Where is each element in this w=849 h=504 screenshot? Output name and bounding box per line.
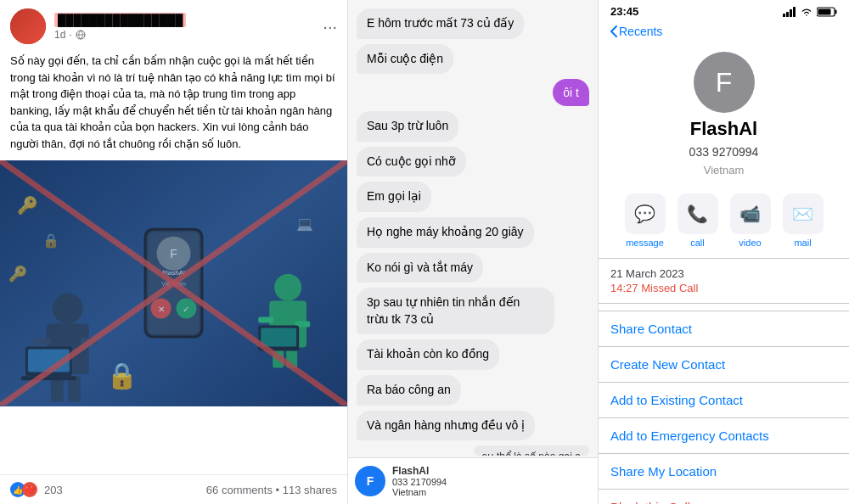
svg-text:✓: ✓	[183, 305, 189, 314]
video-action-label: video	[739, 238, 761, 248]
contact-menu: Share Contact Create New Contact Add to …	[599, 311, 849, 504]
svg-rect-43	[793, 7, 796, 17]
post-author-avatar	[10, 8, 46, 44]
post-image: 🔑 🔒 🔑 💻 F FlashAl Việt Nam	[0, 160, 347, 406]
signal-icon	[783, 7, 796, 17]
contact-country: Vietnam	[704, 164, 744, 176]
video-action-icon: 📹	[730, 193, 771, 234]
svg-rect-2	[19, 32, 37, 44]
post-stats: 66 comments • 113 shares	[206, 484, 337, 496]
post-more-button[interactable]: ···	[323, 17, 337, 36]
message-item: Ko nói gì và tắt máy	[357, 253, 483, 283]
message-item: E hôm trước mất 73 củ đấy	[357, 8, 524, 39]
chat-preview-location: Vietnam	[392, 487, 447, 497]
post-header: ████████████████ 1d · ···	[0, 0, 347, 53]
facebook-post-panel: ████████████████ 1d · ··· Số này gọi đến…	[0, 0, 348, 504]
chat-preview-number: 033 2170994	[392, 477, 447, 487]
call-log-status: 14:27 Missed Call	[610, 282, 837, 294]
svg-rect-46	[818, 8, 831, 14]
share-contact-menu-item[interactable]: Share Contact	[599, 311, 849, 347]
status-icons	[783, 7, 837, 17]
battery-icon	[817, 7, 837, 17]
message-item: Mỗi cuộc điện	[357, 44, 453, 75]
add-emergency-contact-menu-item[interactable]: Add to Emergency Contacts	[599, 418, 849, 454]
chat-bottom-preview: F FlashAl 033 2170994 Vietnam	[348, 457, 598, 504]
svg-text:💻: 💻	[296, 216, 313, 232]
add-existing-contact-menu-item[interactable]: Add to Existing Contact	[599, 383, 849, 418]
svg-text:🔑: 🔑	[8, 265, 28, 283]
message-item: Họ nghe máy khoảng 20 giây	[357, 217, 534, 248]
call-action-label: call	[690, 238, 705, 248]
block-caller-menu-item[interactable]: Block this Caller	[599, 490, 849, 504]
status-time: 23:45	[610, 5, 638, 18]
chat-preview-avatar: F	[355, 466, 385, 496]
create-new-contact-menu-item[interactable]: Create New Contact	[599, 347, 849, 383]
svg-point-9	[53, 294, 83, 324]
mail-action-label: mail	[794, 238, 811, 248]
chat-preview-contact: F FlashAl 033 2170994 Vietnam	[355, 465, 591, 497]
svg-point-1	[21, 16, 35, 30]
svg-rect-11	[34, 338, 51, 344]
message-action-button[interactable]: 💬 message	[625, 193, 666, 248]
message-action-label: message	[626, 238, 664, 248]
svg-text:✕: ✕	[158, 305, 165, 314]
post-footer: 👍 ❤️ 203 66 comments • 113 shares	[0, 474, 347, 504]
message-item: Sau 3p trừ luôn	[357, 111, 458, 142]
mail-action-button[interactable]: ✉️ mail	[783, 193, 824, 248]
svg-text:🔒: 🔒	[42, 232, 59, 249]
post-author-name: ████████████████	[54, 13, 186, 27]
post-body-text: Số này gọi đến, ta chỉ cần bấm nhận cuộc…	[0, 53, 347, 160]
svg-point-0	[10, 8, 46, 44]
message-item-truncated: cụ thể là số nào gọi a	[474, 445, 589, 456]
svg-text:🔒: 🔒	[106, 361, 138, 391]
call-action-icon: 📞	[678, 193, 718, 234]
back-button[interactable]: Recents	[610, 25, 662, 38]
chat-preview-name: FlashAl	[392, 465, 447, 477]
contact-avatar: F	[694, 52, 755, 113]
post-meta: ████████████████ 1d ·	[54, 12, 314, 41]
contact-name: FlashAl	[690, 118, 757, 140]
message-action-icon: 💬	[625, 193, 666, 234]
reactions-area: 👍 ❤️ 203	[10, 482, 63, 497]
chat-preview-info: FlashAl 033 2170994 Vietnam	[392, 465, 447, 497]
ios-status-bar: 23:45	[599, 0, 849, 21]
svg-point-29	[274, 274, 301, 301]
contact-actions-row: 💬 message 📞 call 📹 video ✉️ mail	[599, 187, 849, 258]
video-action-button[interactable]: 📹 video	[730, 193, 771, 248]
svg-rect-36	[261, 328, 296, 347]
message-item: Tài khoản còn ko đồng	[357, 339, 499, 370]
wifi-icon	[800, 7, 813, 17]
svg-rect-42	[790, 9, 792, 17]
svg-rect-45	[835, 9, 837, 14]
share-location-menu-item[interactable]: Share My Location	[599, 454, 849, 490]
message-item: 3p sau tự nhiên tin nhắn đến trừu tk 73 …	[357, 288, 554, 334]
contact-number: 033 9270994	[689, 145, 759, 159]
message-item: Có cuộc gọi nhỡ	[357, 147, 466, 177]
call-log-section: 21 March 2023 14:27 Missed Call	[599, 258, 849, 304]
message-item: ôi t	[553, 79, 589, 106]
contact-header: F FlashAl 033 9270994 Vietnam	[599, 43, 849, 187]
mail-action-icon: ✉️	[783, 193, 824, 234]
call-action-button[interactable]: 📞 call	[678, 193, 718, 248]
chat-panel: E hôm trước mất 73 củ đấy Mỗi cuộc điện …	[348, 0, 599, 504]
call-log-date: 21 March 2023	[610, 267, 837, 280]
reactions-count: 203	[44, 484, 63, 496]
svg-rect-40	[783, 14, 785, 17]
svg-rect-17	[21, 376, 76, 380]
post-time: 1d ·	[54, 29, 314, 41]
chat-messages-list: E hôm trước mất 73 củ đấy Mỗi cuộc điện …	[348, 0, 598, 457]
message-item: Và ngân hàng nhưng đều vô ị	[357, 411, 535, 441]
ios-contact-panel: 23:45 Recents F	[599, 0, 849, 504]
svg-rect-31	[258, 317, 273, 323]
svg-text:F: F	[170, 247, 177, 260]
message-item: Em gọi lại	[357, 182, 431, 212]
ios-nav-bar[interactable]: Recents	[599, 21, 849, 43]
back-label: Recents	[619, 25, 662, 38]
svg-text:🔑: 🔑	[17, 195, 38, 216]
svg-rect-41	[786, 12, 789, 17]
heart-reaction: ❤️	[22, 482, 37, 497]
message-item: Ra báo công an	[357, 375, 461, 406]
